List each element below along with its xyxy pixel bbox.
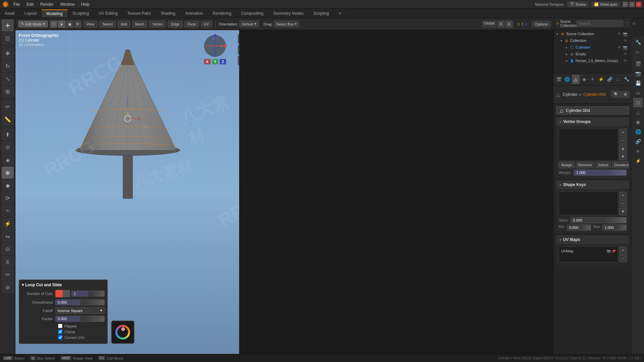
global-btn[interactable]: Global (482, 20, 497, 28)
close-button[interactable]: ✕ (636, 2, 641, 7)
move-tool[interactable]: ✥ (2, 47, 14, 59)
props-world-icon2[interactable]: 🌐 (633, 127, 643, 136)
flipped-checkbox[interactable] (58, 324, 62, 328)
props-physics-icon[interactable]: ⚡ (597, 75, 605, 84)
props-constraint-icon[interactable]: 🔗 (633, 137, 643, 146)
smooth-tool[interactable]: ≈ (2, 205, 14, 217)
clamp-checkbox[interactable] (58, 329, 62, 334)
props-object-icon[interactable]: □ (614, 75, 622, 84)
uv-remove-btn[interactable]: − (619, 255, 627, 262)
vg-weight-slider[interactable]: 1.000 (574, 170, 627, 176)
sk-remove-btn[interactable]: − (619, 200, 627, 207)
bisect-tool[interactable]: ⊘ (2, 281, 14, 293)
y-coord-btn[interactable]: Y (212, 59, 218, 64)
props-world-icon[interactable]: 🌐 (563, 75, 571, 84)
vg-select-btn[interactable]: Select (596, 162, 611, 168)
rotate-tool[interactable]: ↻ (2, 60, 14, 72)
sk-max-slider[interactable]: 1.000 (602, 225, 627, 231)
snap-btn[interactable]: ⊙ (497, 20, 505, 28)
factor-slider[interactable]: 0.000 (55, 316, 105, 322)
tab-uv-editing[interactable]: UV Editing (94, 10, 123, 17)
vg-assign-btn[interactable]: Assign (559, 162, 575, 168)
viewport-3d[interactable]: RRCG 八大素材 RRCG 八大素材 RRCG 八大素材 RRCG (15, 30, 239, 354)
outliner-scene-collection[interactable]: ▾ ⊞ Scene Collection 👁 📷 (554, 31, 631, 37)
panel-collapse-icon[interactable]: ▾ (22, 283, 24, 287)
uv-map-item[interactable]: UVMap 📷 📌 (560, 248, 616, 254)
polybuild-tool[interactable]: ◆ (2, 179, 14, 191)
add-menu[interactable]: Add (118, 21, 130, 27)
tab-sculpting[interactable]: Sculpting (68, 10, 94, 17)
edge-slide-tool[interactable]: ⇋ (2, 230, 14, 242)
shrink-tool[interactable]: ⊙ (2, 243, 14, 255)
props-constraints-icon[interactable]: 🔗 (606, 75, 613, 84)
select-tool[interactable]: ⊡ (2, 32, 14, 44)
orientation-dropdown[interactable]: Default ▾ (239, 21, 259, 27)
solid-shading-btn[interactable]: ● (58, 20, 65, 28)
vg-up-btn[interactable]: ▲ (619, 145, 627, 152)
material-shading-btn[interactable]: ◉ (66, 20, 73, 28)
uv-pin-icon[interactable]: 📌 (611, 249, 615, 253)
sk-min-slider[interactable]: 0.000 (567, 225, 591, 231)
inset-tool[interactable]: ⊙ (2, 141, 14, 153)
drag-selector[interactable]: Drag: Select Box ▾ (264, 21, 300, 27)
tab-texture-paint[interactable]: Texture Paint (123, 10, 156, 17)
falloff-select[interactable]: Inverse Square ▾ (55, 307, 105, 314)
menu-edit[interactable]: Edit (24, 1, 36, 7)
props-render-icon[interactable]: 📷 (633, 69, 643, 78)
shear-tool[interactable]: ⧖ (2, 256, 14, 268)
mesh-menu[interactable]: Mesh (132, 21, 147, 27)
props-particle-icon[interactable]: ✳ (633, 146, 643, 156)
tab-asset[interactable]: Asset (0, 10, 20, 17)
cyl-render[interactable]: 📷 (623, 45, 628, 50)
x-coord-btn[interactable]: X (204, 59, 210, 64)
tab-modeling[interactable]: Modeling (42, 9, 68, 17)
props-output-icon[interactable]: 💾 (633, 78, 643, 88)
knife-tool[interactable]: ✂ (2, 268, 14, 281)
tab-animation[interactable]: Animation (180, 10, 208, 17)
bc-mesh[interactable]: Cylinder.004 (583, 92, 606, 97)
view-menu[interactable]: View (84, 21, 98, 27)
props-modifier-icon[interactable]: 🔧 (623, 75, 631, 84)
props-object-data-icon[interactable]: △ (572, 75, 580, 84)
wire-frame-btn[interactable]: ⬡ (50, 20, 57, 28)
sk-add-btn[interactable]: + (619, 192, 627, 199)
face-menu[interactable]: Face (184, 21, 199, 27)
uv-camera-icon[interactable]: 📷 (607, 249, 611, 253)
human-vis[interactable]: 👁 (623, 58, 628, 63)
outliner-settings-btn[interactable]: ⚙ (631, 21, 637, 26)
sk-value-slider[interactable]: 0.000 (571, 217, 627, 223)
uv-maps-header[interactable]: ▾ UV Maps (556, 235, 629, 244)
outliner-empty[interactable]: ▸ ⊡ Empty 👁 (554, 51, 631, 57)
props-view-layer-icon[interactable]: 🗂 (633, 88, 643, 98)
props-search-icon[interactable]: 🔍 (611, 91, 621, 98)
viewlayer-selector[interactable]: 🗂️ ViewLayer (591, 1, 620, 7)
props-object-icon2[interactable]: □ (633, 98, 643, 107)
empty-vis[interactable]: 👁 (623, 51, 628, 57)
vertex-groups-header[interactable]: ▾ Vertex Groups (556, 117, 629, 126)
vg-add-btn[interactable]: + (619, 129, 627, 136)
annotate-tool[interactable]: ✏ (2, 101, 14, 113)
vg-down-btn[interactable]: ▼ (619, 153, 627, 160)
tab-layout[interactable]: Layout (20, 10, 42, 17)
randomize-tool[interactable]: ⚡ (2, 218, 14, 230)
tab-add[interactable]: + (334, 10, 346, 17)
tab-scripting[interactable]: Scripting (309, 10, 334, 17)
props-scene-icon[interactable]: 🎬 (555, 75, 562, 84)
color-wheel[interactable] (115, 325, 130, 340)
vg-remove-sel-btn[interactable]: Remove (576, 162, 594, 168)
outliner-filter-btn[interactable]: ▽ (625, 21, 630, 26)
measure-tool[interactable]: 📏 (2, 113, 14, 125)
props-physics-icon2[interactable]: ⚡ (633, 156, 643, 166)
rendered-shading-btn[interactable]: ☀ (74, 20, 82, 28)
edge-menu[interactable]: Edge (168, 21, 182, 27)
drag-dropdown[interactable]: Select Box ▾ (274, 21, 300, 27)
menu-render[interactable]: Render (38, 1, 56, 7)
transform-tool[interactable]: ⊞ (2, 85, 14, 98)
props-particles-icon[interactable]: ✳ (589, 75, 596, 84)
nav-gizmo-ball[interactable]: Z X -Z (203, 34, 227, 58)
orientation-selector[interactable]: Orientation: Default ▾ (219, 21, 259, 27)
extrude-tool[interactable]: ⬆ (2, 128, 14, 140)
obj-name-field[interactable]: △ Cylinder.004 (556, 106, 629, 115)
options-button[interactable]: Options (532, 21, 551, 27)
scene-coll-render[interactable]: 📷 (623, 31, 628, 37)
